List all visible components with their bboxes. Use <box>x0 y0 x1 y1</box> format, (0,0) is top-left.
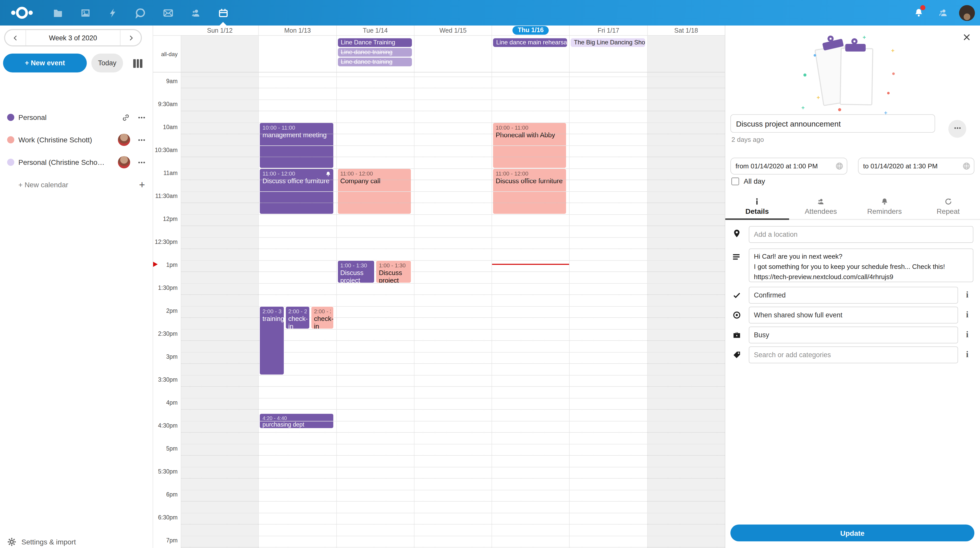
next-week-button[interactable] <box>121 30 141 45</box>
app-activity[interactable] <box>99 0 127 25</box>
visibility-info-icon[interactable]: i <box>963 309 971 321</box>
notification-badge <box>920 5 925 10</box>
day-column[interactable] <box>181 73 259 548</box>
time-label: 11:30am <box>155 192 178 199</box>
calendar-color-dot <box>7 136 14 143</box>
week-label[interactable]: Week 3 of 2020 <box>25 30 121 45</box>
all-day-event[interactable]: Line dance training <box>338 58 412 66</box>
day-header-label: Sat 1/18 <box>674 27 698 34</box>
event-title-input[interactable] <box>730 114 935 133</box>
calendar-event[interactable]: 1:00 - 1:30Discuss project announcement <box>337 260 375 283</box>
visibility-select[interactable] <box>749 307 958 324</box>
all-day-cell[interactable] <box>648 36 725 72</box>
new-calendar-button[interactable]: + New calendar + <box>0 175 153 195</box>
quarter-line <box>181 111 725 111</box>
timezone-globe-icon[interactable] <box>835 162 844 170</box>
location-pin-icon <box>732 229 741 238</box>
nextcloud-logo-icon[interactable] <box>9 6 35 20</box>
day-column[interactable]: 11:00 - 12:00Company call1:00 - 1:30Disc… <box>337 73 414 548</box>
app-talk[interactable] <box>127 0 154 25</box>
day-column[interactable] <box>414 73 492 548</box>
today-button[interactable]: Today <box>91 54 123 73</box>
status-info-icon[interactable]: i <box>963 289 971 300</box>
all-day-event[interactable]: Line dance main rehearsal <box>493 38 567 47</box>
reminder-bell-icon <box>325 171 331 177</box>
user-avatar[interactable] <box>959 5 975 21</box>
day-header-wed[interactable]: Wed 1/15 <box>414 25 492 35</box>
day-header-label: Mon 1/13 <box>284 27 311 34</box>
calendar-list-item[interactable]: Work (Christine Schott) <box>0 130 153 150</box>
mail-icon <box>162 7 173 18</box>
calendar-event[interactable]: 1:00 - 1:30Discuss project <box>375 260 411 283</box>
tab-repeat[interactable]: Repeat <box>916 194 980 219</box>
week-view-toggle-icon[interactable] <box>132 57 144 69</box>
quarter-line <box>181 547 725 548</box>
app-mail[interactable] <box>154 0 182 25</box>
app-contacts[interactable] <box>182 0 209 25</box>
description-textarea[interactable]: Hi Carl! are you in next week? I got som… <box>749 248 974 282</box>
all-day-checkbox[interactable] <box>732 177 739 185</box>
all-day-cell[interactable] <box>181 36 259 72</box>
day-column[interactable]: 10:00 - 11:00management meeting11:00 - 1… <box>259 73 337 548</box>
previous-week-button[interactable] <box>5 30 25 45</box>
day-column[interactable]: 10:00 - 11:00Phonecall with Abby11:00 - … <box>492 73 570 548</box>
availability-select[interactable] <box>749 327 958 343</box>
all-day-cell[interactable]: The Big Line Dancing Show <box>570 36 648 72</box>
notifications-button[interactable] <box>910 0 928 25</box>
status-select[interactable] <box>749 287 958 303</box>
calendar-event[interactable]: 2:00 - 2:30check-in <box>311 306 334 329</box>
all-day-event[interactable]: Line Dance Training <box>338 38 412 47</box>
tab-reminders[interactable]: Reminders <box>853 194 916 219</box>
tab-attendees[interactable]: Attendees <box>789 194 853 219</box>
start-date-input[interactable] <box>730 158 847 175</box>
day-header-sun[interactable]: Sun 1/12 <box>181 25 259 35</box>
all-day-cell[interactable] <box>259 36 337 72</box>
calendar-list-item[interactable]: Personal (Christine Scho… <box>0 152 153 172</box>
app-files[interactable] <box>44 0 72 25</box>
calendar-actions-menu[interactable] <box>137 135 146 144</box>
categories-info-icon[interactable]: i <box>963 349 971 360</box>
end-date-input[interactable] <box>858 158 974 175</box>
day-header-fri[interactable]: Fri 1/17 <box>570 25 648 35</box>
quarter-line <box>181 386 725 387</box>
app-photos[interactable] <box>72 0 99 25</box>
all-day-event[interactable]: Line dance training <box>338 48 412 57</box>
hour-line <box>181 237 725 238</box>
all-day-cell[interactable]: Line dance main rehearsal <box>492 36 570 72</box>
hour-line <box>181 513 725 513</box>
new-event-button[interactable]: + New event <box>3 54 87 73</box>
day-header-thu[interactable]: Thu 1/16 <box>492 25 570 35</box>
all-day-cell[interactable] <box>414 36 492 72</box>
day-column[interactable] <box>648 73 725 548</box>
chevron-left-icon <box>12 35 19 41</box>
day-header-mon[interactable]: Mon 1/13 <box>259 25 337 35</box>
calendar-event[interactable]: 2:00 - 3:30training <box>259 306 284 375</box>
event-title: Discuss project announcement <box>340 268 372 283</box>
app-calendar[interactable] <box>209 0 237 25</box>
close-panel-button[interactable] <box>961 32 973 44</box>
new-calendar-label: + New calendar <box>18 181 139 189</box>
tab-details[interactable]: Details <box>725 194 789 219</box>
contacts-icon <box>938 8 948 18</box>
event-title: check-in <box>314 315 331 329</box>
quarter-line <box>181 179 725 180</box>
all-day-event[interactable]: The Big Line Dancing Show <box>571 38 645 47</box>
availability-info-icon[interactable]: i <box>963 329 971 340</box>
more-options-button[interactable] <box>948 120 966 138</box>
timezone-globe-icon[interactable] <box>962 162 971 170</box>
calendar-list-item[interactable]: Personal <box>0 107 153 127</box>
settings-import-button[interactable]: Settings & import <box>0 532 153 548</box>
location-input[interactable] <box>749 226 974 243</box>
day-header-sat[interactable]: Sat 1/18 <box>648 25 725 35</box>
categories-input[interactable] <box>749 346 958 363</box>
all-day-cell[interactable]: Line Dance TrainingLine dance trainingLi… <box>337 36 414 72</box>
update-button[interactable]: Update <box>730 524 974 542</box>
calendar-actions-menu[interactable] <box>137 113 146 122</box>
contacts-menu-button[interactable] <box>935 0 952 25</box>
quarter-line <box>181 524 725 524</box>
share-link-icon[interactable] <box>121 113 130 122</box>
calendar-event[interactable]: 2:00 - 2:30check-in <box>285 306 310 329</box>
day-header-tue[interactable]: Tue 1/14 <box>337 25 414 35</box>
calendar-actions-menu[interactable] <box>137 158 146 167</box>
day-column[interactable] <box>570 73 648 548</box>
